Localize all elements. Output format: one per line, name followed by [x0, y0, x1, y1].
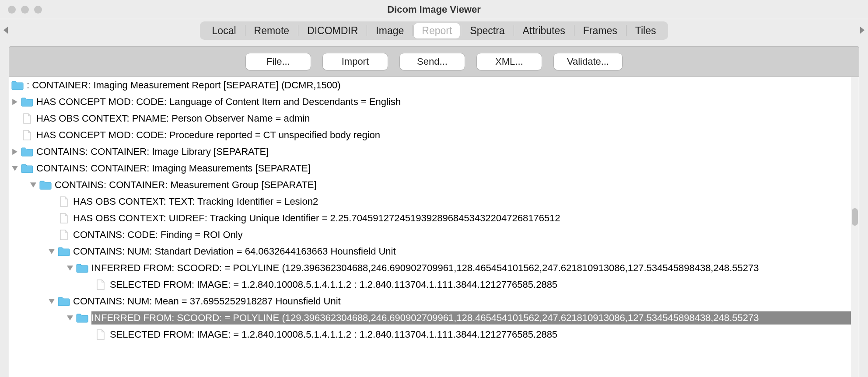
- tab-scroll-right[interactable]: [860, 25, 864, 36]
- content-area: File...ImportSend...XML...Validate... : …: [9, 46, 859, 377]
- folder-icon: [39, 180, 52, 190]
- tree-row[interactable]: CONTAINS: NUM: Standart Deviation = 64.0…: [9, 243, 859, 260]
- folder-icon: [57, 296, 70, 307]
- file-icon: [57, 196, 70, 207]
- tree-row[interactable]: INFERRED FROM: SCOORD: = POLYLINE (129.3…: [9, 260, 859, 276]
- tab-separator: [461, 25, 461, 36]
- tree-row[interactable]: : CONTAINER: Imaging Measurement Report …: [9, 77, 859, 94]
- chevron-right-icon[interactable]: [9, 99, 21, 105]
- tab-local[interactable]: Local: [204, 23, 244, 38]
- tab-group: LocalRemoteDICOMDIRImageReportSpectraAtt…: [200, 21, 668, 40]
- window-title: Dicom Image Viewer: [0, 4, 868, 15]
- tab-separator: [574, 25, 574, 36]
- tab-spectra[interactable]: Spectra: [462, 23, 512, 38]
- tab-image[interactable]: Image: [368, 23, 412, 38]
- tree-row-label: CONTAINS: CONTAINER: Imaging Measurement…: [36, 162, 311, 175]
- tree-row-label: HAS OBS CONTEXT: PNAME: Person Observer …: [36, 112, 310, 125]
- file-icon: [57, 230, 70, 240]
- tree-row-label: CONTAINS: NUM: Mean = 37.6955252918287 H…: [73, 295, 341, 308]
- file-icon: [21, 130, 34, 140]
- validate-button[interactable]: Validate...: [553, 53, 623, 70]
- send-button[interactable]: Send...: [399, 53, 465, 70]
- chevron-down-icon[interactable]: [9, 165, 21, 171]
- tab-separator: [626, 25, 626, 36]
- titlebar: Dicom Image Viewer: [0, 0, 868, 19]
- tree-row[interactable]: CONTAINS: CODE: Finding = ROI Only: [9, 227, 859, 243]
- file-icon: [94, 329, 107, 340]
- xml-button[interactable]: XML...: [476, 53, 542, 70]
- chevron-down-icon[interactable]: [28, 182, 39, 188]
- svg-marker-0: [4, 27, 8, 34]
- tab-remote[interactable]: Remote: [246, 23, 298, 38]
- tree-row-label: INFERRED FROM: SCOORD: = POLYLINE (129.3…: [91, 311, 851, 325]
- file-button[interactable]: File...: [245, 53, 311, 70]
- tree-row-label: CONTAINS: CONTAINER: Image Library [SEPA…: [36, 145, 269, 158]
- tree-row-label: HAS CONCEPT MOD: CODE: Procedure reporte…: [36, 129, 380, 142]
- tree-row[interactable]: INFERRED FROM: SCOORD: = POLYLINE (129.3…: [9, 310, 859, 326]
- tab-separator: [413, 25, 413, 36]
- chevron-down-icon[interactable]: [46, 298, 57, 304]
- folder-icon: [11, 80, 24, 91]
- tab-attributes[interactable]: Attributes: [515, 23, 573, 38]
- toolbar: File...ImportSend...XML...Validate...: [9, 47, 859, 77]
- tree-row[interactable]: SELECTED FROM: IMAGE: = 1.2.840.10008.5.…: [9, 326, 859, 343]
- folder-icon: [57, 246, 70, 257]
- svg-marker-1: [860, 27, 864, 34]
- tab-separator: [245, 25, 245, 36]
- tree-row[interactable]: HAS CONCEPT MOD: CODE: Language of Conte…: [9, 94, 859, 110]
- tree-row-label: CONTAINS: CODE: Finding = ROI Only: [73, 228, 243, 241]
- tree-row[interactable]: CONTAINS: CONTAINER: Measurement Group […: [9, 177, 859, 193]
- tree-row[interactable]: CONTAINS: NUM: Mean = 37.6955252918287 H…: [9, 293, 859, 310]
- tab-frames[interactable]: Frames: [575, 23, 625, 38]
- tree-row-label: SELECTED FROM: IMAGE: = 1.2.840.10008.5.…: [110, 328, 557, 341]
- chevron-down-icon[interactable]: [64, 315, 76, 321]
- tree-row-label: CONTAINS: CONTAINER: Measurement Group […: [55, 178, 317, 192]
- folder-icon: [76, 313, 89, 323]
- file-icon: [57, 213, 70, 223]
- tree-row[interactable]: CONTAINS: CONTAINER: Imaging Measurement…: [9, 160, 859, 177]
- tab-dicomdir[interactable]: DICOMDIR: [299, 23, 366, 38]
- tree-row-label: CONTAINS: NUM: Standart Deviation = 64.0…: [73, 245, 396, 258]
- tree-row-label: HAS OBS CONTEXT: TEXT: Tracking Identifi…: [73, 195, 318, 208]
- tab-tiles[interactable]: Tiles: [627, 23, 664, 38]
- folder-icon: [21, 97, 34, 107]
- tree-row[interactable]: HAS OBS CONTEXT: TEXT: Tracking Identifi…: [9, 193, 859, 210]
- tree-row[interactable]: HAS OBS CONTEXT: UIDREF: Tracking Unique…: [9, 210, 859, 227]
- tabbar: LocalRemoteDICOMDIRImageReportSpectraAtt…: [0, 19, 868, 42]
- tab-separator: [514, 25, 514, 36]
- tree-row[interactable]: CONTAINS: CONTAINER: Image Library [SEPA…: [9, 143, 859, 160]
- tree-row-label: HAS OBS CONTEXT: UIDREF: Tracking Unique…: [73, 212, 560, 225]
- tree-pane: : CONTAINER: Imaging Measurement Report …: [9, 77, 859, 377]
- chevron-down-icon[interactable]: [46, 248, 57, 255]
- tab-separator: [298, 25, 298, 36]
- tree-row[interactable]: SELECTED FROM: IMAGE: = 1.2.840.10008.5.…: [9, 276, 859, 293]
- tree-row-label: HAS CONCEPT MOD: CODE: Language of Conte…: [36, 95, 401, 108]
- file-icon: [21, 113, 34, 124]
- tab-report[interactable]: Report: [414, 23, 460, 38]
- import-button[interactable]: Import: [322, 53, 388, 70]
- vertical-scrollbar[interactable]: [851, 77, 859, 377]
- folder-icon: [21, 147, 34, 157]
- tree-row[interactable]: HAS CONCEPT MOD: CODE: Procedure reporte…: [9, 127, 859, 143]
- folder-icon: [21, 163, 34, 174]
- tab-scroll-left[interactable]: [4, 25, 8, 36]
- tree-row-label: INFERRED FROM: SCOORD: = POLYLINE (129.3…: [91, 262, 759, 275]
- folder-icon: [76, 263, 89, 273]
- tree-row[interactable]: HAS OBS CONTEXT: PNAME: Person Observer …: [9, 110, 859, 127]
- chevron-down-icon[interactable]: [64, 265, 76, 271]
- tree-row-label: : CONTAINER: Imaging Measurement Report …: [27, 79, 341, 92]
- tab-separator: [367, 25, 367, 36]
- scrollbar-thumb[interactable]: [852, 208, 858, 226]
- chevron-right-icon[interactable]: [9, 149, 21, 155]
- tree-row-label: SELECTED FROM: IMAGE: = 1.2.840.10008.5.…: [110, 278, 557, 291]
- file-icon: [94, 279, 107, 290]
